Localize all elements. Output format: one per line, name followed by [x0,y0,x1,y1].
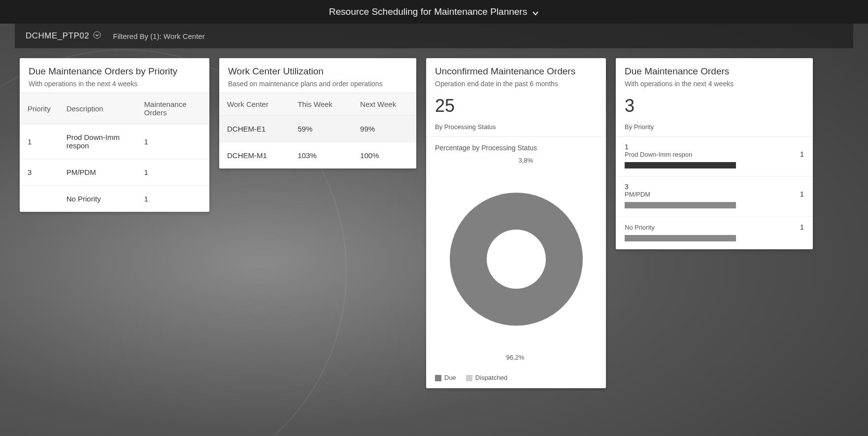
chevron-circle-down-icon [93,31,101,41]
col-work-center: Work Center [219,93,290,116]
kpi-value: 3 [616,93,813,120]
card-header: Unconfirmed Maintenance Orders Operation… [426,58,606,93]
bar-fill [625,162,736,168]
kpi-value: 25 [426,93,606,120]
legend-item-due: Due [435,374,456,381]
table-row[interactable]: 3 PM/PDM 1 [20,159,209,186]
variant-selector[interactable]: DCHME_PTP02 [26,31,101,41]
slice-label-due: 96,2% [506,354,525,361]
swatch-icon [466,375,472,381]
bar-item[interactable]: No Priority 1 [616,217,813,249]
card-title: Due Maintenance Orders [625,66,804,77]
table-row[interactable]: DCHEM-E1 59% 99% [219,116,416,142]
section-label: By Priority [616,120,813,137]
slice-label-dispatched: 3,8% [519,157,534,164]
card-due-orders-summary[interactable]: Due Maintenance Orders With operations i… [616,58,813,249]
table-row[interactable]: 1 Prod Down-Imm respon 1 [20,124,209,159]
card-title: Due Maintenance Orders by Priority [29,66,200,77]
swatch-icon [435,375,441,381]
col-priority: Priority [20,93,59,124]
bar-fill [625,202,736,208]
card-subtitle: Based on maintenance plans and order ope… [228,80,407,88]
col-description: Description [59,93,136,124]
chart-caption: Percentage by Processing Status [426,137,606,152]
chart-legend: Due Dispatched [426,367,606,388]
bar-item[interactable]: 1 Prod Down-Imm respon 1 [616,137,813,177]
card-header: Due Maintenance Orders by Priority With … [20,58,209,93]
card-header: Due Maintenance Orders With operations i… [616,58,813,93]
card-subtitle: With operations in the next 4 weeks [29,80,200,88]
card-unconfirmed-orders[interactable]: Unconfirmed Maintenance Orders Operation… [426,58,606,388]
page-title-dropdown[interactable]: Resource Scheduling for Maintenance Plan… [329,6,539,17]
variant-name: DCHME_PTP02 [26,31,89,41]
card-title: Work Center Utilization [228,66,407,77]
card-container: Due Maintenance Orders by Priority With … [0,48,868,398]
donut-chart: 3,8% 96,2% [426,152,606,367]
table-row[interactable]: No Priority 1 [20,186,209,212]
bar-fill [625,235,736,241]
filter-summary[interactable]: Filtered By (1): Work Center [113,32,204,40]
chevron-down-icon [532,8,539,15]
card-work-center-utilization[interactable]: Work Center Utilization Based on mainten… [219,58,416,168]
card-subtitle: Operation end date in the past 6 months [435,80,597,88]
col-this-week: This Week [290,93,352,116]
sub-header: DCHME_PTP02 Filtered By (1): Work Center [15,24,853,48]
legend-item-dispatched: Dispatched [466,374,507,381]
card-header: Work Center Utilization Based on mainten… [219,58,416,93]
table-row[interactable]: DCHEM-M1 103% 100% [219,142,416,169]
page-title: Resource Scheduling for Maintenance Plan… [329,6,527,17]
col-next-week: Next Week [352,93,416,116]
bar-item[interactable]: 3 PM/PDM 1 [616,177,813,217]
card-subtitle: With operations in the next 4 weeks [625,80,804,88]
col-orders: Maintenance Orders [136,93,209,124]
card-due-orders-by-priority[interactable]: Due Maintenance Orders by Priority With … [20,58,209,212]
card-title: Unconfirmed Maintenance Orders [435,66,597,77]
section-label: By Processing Status [426,120,606,137]
priority-table: Priority Description Maintenance Orders … [20,93,209,212]
utilization-table: Work Center This Week Next Week DCHEM-E1… [219,93,416,168]
page-header: Resource Scheduling for Maintenance Plan… [0,0,868,24]
svg-point-0 [94,32,100,38]
